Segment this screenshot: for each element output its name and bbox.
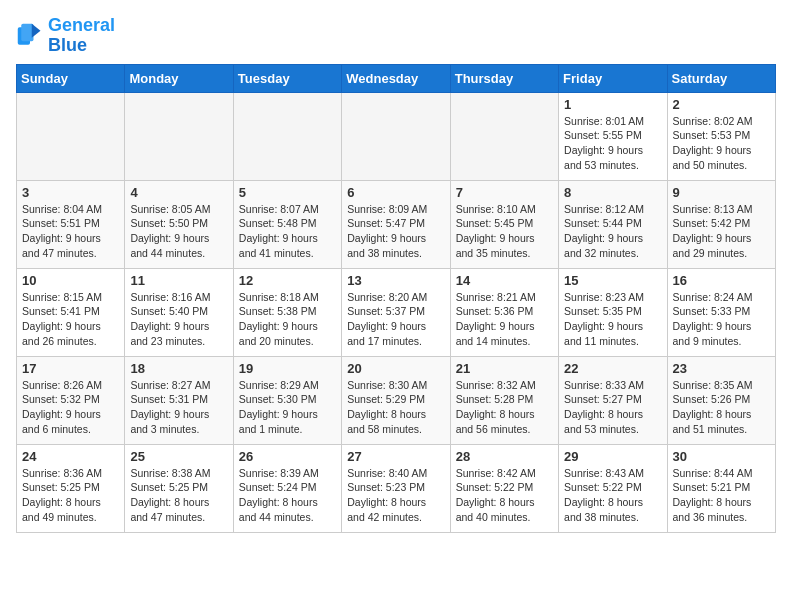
calendar-cell: 7Sunrise: 8:10 AMSunset: 5:45 PMDaylight… (450, 180, 558, 268)
weekday-header: Sunday (17, 64, 125, 92)
day-number: 15 (564, 273, 661, 288)
calendar-cell: 21Sunrise: 8:32 AMSunset: 5:28 PMDayligh… (450, 356, 558, 444)
calendar-cell: 28Sunrise: 8:42 AMSunset: 5:22 PMDayligh… (450, 444, 558, 532)
day-number: 16 (673, 273, 770, 288)
day-info: Sunrise: 8:21 AMSunset: 5:36 PMDaylight:… (456, 290, 553, 349)
day-number: 22 (564, 361, 661, 376)
calendar-week-row: 1Sunrise: 8:01 AMSunset: 5:55 PMDaylight… (17, 92, 776, 180)
calendar-cell: 8Sunrise: 8:12 AMSunset: 5:44 PMDaylight… (559, 180, 667, 268)
calendar-cell: 4Sunrise: 8:05 AMSunset: 5:50 PMDaylight… (125, 180, 233, 268)
calendar-cell: 29Sunrise: 8:43 AMSunset: 5:22 PMDayligh… (559, 444, 667, 532)
day-info: Sunrise: 8:39 AMSunset: 5:24 PMDaylight:… (239, 466, 336, 525)
day-number: 25 (130, 449, 227, 464)
calendar-cell: 25Sunrise: 8:38 AMSunset: 5:25 PMDayligh… (125, 444, 233, 532)
calendar-cell: 23Sunrise: 8:35 AMSunset: 5:26 PMDayligh… (667, 356, 775, 444)
calendar-cell: 2Sunrise: 8:02 AMSunset: 5:53 PMDaylight… (667, 92, 775, 180)
day-number: 8 (564, 185, 661, 200)
calendar-cell: 9Sunrise: 8:13 AMSunset: 5:42 PMDaylight… (667, 180, 775, 268)
calendar-cell: 20Sunrise: 8:30 AMSunset: 5:29 PMDayligh… (342, 356, 450, 444)
day-number: 19 (239, 361, 336, 376)
weekday-header: Monday (125, 64, 233, 92)
weekday-header: Thursday (450, 64, 558, 92)
day-number: 12 (239, 273, 336, 288)
day-info: Sunrise: 8:33 AMSunset: 5:27 PMDaylight:… (564, 378, 661, 437)
day-number: 24 (22, 449, 119, 464)
day-info: Sunrise: 8:29 AMSunset: 5:30 PMDaylight:… (239, 378, 336, 437)
calendar-cell (17, 92, 125, 180)
day-info: Sunrise: 8:09 AMSunset: 5:47 PMDaylight:… (347, 202, 444, 261)
day-info: Sunrise: 8:05 AMSunset: 5:50 PMDaylight:… (130, 202, 227, 261)
day-info: Sunrise: 8:27 AMSunset: 5:31 PMDaylight:… (130, 378, 227, 437)
day-info: Sunrise: 8:35 AMSunset: 5:26 PMDaylight:… (673, 378, 770, 437)
day-number: 23 (673, 361, 770, 376)
day-number: 10 (22, 273, 119, 288)
day-info: Sunrise: 8:02 AMSunset: 5:53 PMDaylight:… (673, 114, 770, 173)
calendar-week-row: 17Sunrise: 8:26 AMSunset: 5:32 PMDayligh… (17, 356, 776, 444)
calendar-cell: 19Sunrise: 8:29 AMSunset: 5:30 PMDayligh… (233, 356, 341, 444)
weekday-header: Wednesday (342, 64, 450, 92)
day-info: Sunrise: 8:04 AMSunset: 5:51 PMDaylight:… (22, 202, 119, 261)
day-info: Sunrise: 8:43 AMSunset: 5:22 PMDaylight:… (564, 466, 661, 525)
day-number: 3 (22, 185, 119, 200)
day-number: 27 (347, 449, 444, 464)
day-info: Sunrise: 8:18 AMSunset: 5:38 PMDaylight:… (239, 290, 336, 349)
calendar-cell: 22Sunrise: 8:33 AMSunset: 5:27 PMDayligh… (559, 356, 667, 444)
day-info: Sunrise: 8:10 AMSunset: 5:45 PMDaylight:… (456, 202, 553, 261)
day-number: 21 (456, 361, 553, 376)
day-number: 26 (239, 449, 336, 464)
logo-text: General Blue (48, 16, 115, 56)
day-number: 7 (456, 185, 553, 200)
day-number: 20 (347, 361, 444, 376)
svg-marker-2 (32, 24, 41, 38)
day-number: 5 (239, 185, 336, 200)
calendar-cell: 11Sunrise: 8:16 AMSunset: 5:40 PMDayligh… (125, 268, 233, 356)
calendar-table: SundayMondayTuesdayWednesdayThursdayFrid… (16, 64, 776, 533)
calendar-cell: 27Sunrise: 8:40 AMSunset: 5:23 PMDayligh… (342, 444, 450, 532)
day-info: Sunrise: 8:38 AMSunset: 5:25 PMDaylight:… (130, 466, 227, 525)
calendar-cell: 12Sunrise: 8:18 AMSunset: 5:38 PMDayligh… (233, 268, 341, 356)
day-number: 4 (130, 185, 227, 200)
day-info: Sunrise: 8:20 AMSunset: 5:37 PMDaylight:… (347, 290, 444, 349)
day-number: 1 (564, 97, 661, 112)
day-info: Sunrise: 8:26 AMSunset: 5:32 PMDaylight:… (22, 378, 119, 437)
day-number: 6 (347, 185, 444, 200)
calendar-cell: 3Sunrise: 8:04 AMSunset: 5:51 PMDaylight… (17, 180, 125, 268)
day-info: Sunrise: 8:15 AMSunset: 5:41 PMDaylight:… (22, 290, 119, 349)
calendar-cell (125, 92, 233, 180)
calendar-cell (342, 92, 450, 180)
day-info: Sunrise: 8:23 AMSunset: 5:35 PMDaylight:… (564, 290, 661, 349)
calendar-cell: 14Sunrise: 8:21 AMSunset: 5:36 PMDayligh… (450, 268, 558, 356)
calendar-cell (233, 92, 341, 180)
calendar-cell: 6Sunrise: 8:09 AMSunset: 5:47 PMDaylight… (342, 180, 450, 268)
calendar-cell: 13Sunrise: 8:20 AMSunset: 5:37 PMDayligh… (342, 268, 450, 356)
day-number: 13 (347, 273, 444, 288)
day-number: 29 (564, 449, 661, 464)
svg-rect-1 (21, 24, 33, 42)
calendar-week-row: 3Sunrise: 8:04 AMSunset: 5:51 PMDaylight… (17, 180, 776, 268)
calendar-week-row: 24Sunrise: 8:36 AMSunset: 5:25 PMDayligh… (17, 444, 776, 532)
calendar-cell: 24Sunrise: 8:36 AMSunset: 5:25 PMDayligh… (17, 444, 125, 532)
day-number: 11 (130, 273, 227, 288)
calendar-cell: 17Sunrise: 8:26 AMSunset: 5:32 PMDayligh… (17, 356, 125, 444)
calendar-week-row: 10Sunrise: 8:15 AMSunset: 5:41 PMDayligh… (17, 268, 776, 356)
day-info: Sunrise: 8:12 AMSunset: 5:44 PMDaylight:… (564, 202, 661, 261)
weekday-header: Saturday (667, 64, 775, 92)
day-number: 9 (673, 185, 770, 200)
day-number: 2 (673, 97, 770, 112)
calendar-cell: 5Sunrise: 8:07 AMSunset: 5:48 PMDaylight… (233, 180, 341, 268)
page-header: General Blue (16, 16, 776, 56)
day-info: Sunrise: 8:42 AMSunset: 5:22 PMDaylight:… (456, 466, 553, 525)
calendar-cell: 26Sunrise: 8:39 AMSunset: 5:24 PMDayligh… (233, 444, 341, 532)
day-info: Sunrise: 8:44 AMSunset: 5:21 PMDaylight:… (673, 466, 770, 525)
calendar-cell: 10Sunrise: 8:15 AMSunset: 5:41 PMDayligh… (17, 268, 125, 356)
day-info: Sunrise: 8:01 AMSunset: 5:55 PMDaylight:… (564, 114, 661, 173)
day-info: Sunrise: 8:36 AMSunset: 5:25 PMDaylight:… (22, 466, 119, 525)
day-info: Sunrise: 8:30 AMSunset: 5:29 PMDaylight:… (347, 378, 444, 437)
day-info: Sunrise: 8:13 AMSunset: 5:42 PMDaylight:… (673, 202, 770, 261)
logo-icon (16, 22, 44, 50)
weekday-header: Friday (559, 64, 667, 92)
calendar-cell: 15Sunrise: 8:23 AMSunset: 5:35 PMDayligh… (559, 268, 667, 356)
day-info: Sunrise: 8:40 AMSunset: 5:23 PMDaylight:… (347, 466, 444, 525)
calendar-cell: 30Sunrise: 8:44 AMSunset: 5:21 PMDayligh… (667, 444, 775, 532)
day-number: 17 (22, 361, 119, 376)
